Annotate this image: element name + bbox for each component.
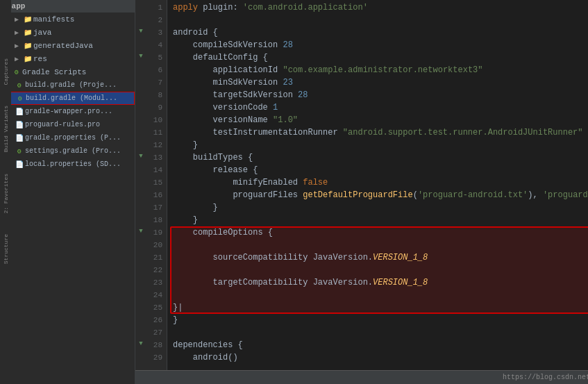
tree-item-gradle-properties[interactable]: 📄 gradle.properties (P... [0,131,135,144]
code-line-28: dependencies { [173,339,588,351]
gutter-icon-28: ▼ [135,337,146,350]
line-num-9: 9 [146,101,162,114]
code-line-26: } [173,314,588,326]
gutter-icon-15 [135,175,146,187]
captures-tab[interactable]: Captures [2,56,10,87]
line-num-23: 23 [146,276,162,289]
gutter-icon-20 [135,237,146,250]
code-line-12: } [173,139,588,151]
chevron-right-icon: ▶ [11,28,22,37]
tree-label: gradle.properties (P... [25,134,121,142]
status-url: https://blog.csdn.net/weixin_44571660 [503,374,588,381]
tree-item-settings-gradle[interactable]: ⚙ settings.gradle (Pro... [0,144,135,158]
line-num-11: 11 [146,126,162,139]
code-line-14: release { [173,164,588,176]
line-numbers: 1 2 3 4 5 6 7 8 9 10 11 12 13 14 15 16 1… [146,0,167,370]
tree-item-gradle-wrapper[interactable]: 📄 gradle-wrapper.pro... [0,105,135,118]
code-content[interactable]: apply plugin: 'com.android.application' … [167,0,588,370]
code-line-13: buildTypes { [173,151,588,164]
chevron-right-icon: ▶ [11,42,22,50]
line-num-6: 6 [146,64,162,76]
tree-item-res[interactable]: ▶ 📁 res [0,52,135,65]
file-icon: 📄 [14,134,25,142]
code-line-17: } [173,201,588,214]
line-num-26: 26 [146,314,162,326]
chevron-right-icon: ▶ [11,15,22,24]
gutter-icon-29 [135,350,146,362]
structure-tab[interactable]: Structure [2,231,10,267]
gradle-folder-icon: ⚙ [11,68,22,76]
line-num-3: 3 [146,26,162,39]
build-variants-left-tab[interactable]: Build Variants [2,103,10,155]
code-line-1: apply plugin: 'com.android.application' [173,1,588,14]
tree-item-local-properties[interactable]: 📄 local.properties (SD... [0,158,135,171]
line-num-22: 22 [146,264,162,276]
line-num-21: 21 [146,251,162,264]
tree-label: java [33,28,51,37]
line-num-25: 25 [146,301,162,314]
status-bar: https://blog.csdn.net/weixin_44571660 [135,370,588,384]
gutter-icon-7 [135,75,146,87]
tree-label: settings.gradle (Pro... [25,147,121,155]
line-num-12: 12 [146,139,162,151]
code-line-10: versionName "1.0" [173,114,588,126]
tree-item-manifests[interactable]: ▶ 📁 manifests [0,12,135,26]
line-num-18: 18 [146,214,162,226]
tree-item-build-gradle-module[interactable]: ⚙ build.gradle (Modul... [0,92,135,105]
code-line-19: compileOptions { [173,226,588,239]
chevron-right-icon: ▶ [11,55,22,63]
line-num-15: 15 [146,176,162,189]
gradle-icon: ⚙ [14,81,25,90]
tree-label: Gradle Scripts [22,68,86,76]
tree-item-java[interactable]: ▶ 📁 java [0,26,135,39]
tree-label: build.gradle (Proje... [25,81,117,89]
code-line-2 [173,14,588,26]
tree-item-generated-java[interactable]: ▶ 📁 generatedJava [0,39,135,52]
code-line-5: defaultConfig { [173,51,588,64]
code-line-16: proguardFiles getDefaultProguardFile('pr… [173,189,588,201]
gutter-icon-22 [135,262,146,275]
line-num-13: 13 [146,151,162,164]
gutter-icon-11 [135,125,146,137]
gutter-icon-8 [135,87,146,100]
tree-label: generatedJava [33,42,93,50]
project-root-label: app [12,2,26,10]
code-line-9: versionCode 1 [173,101,588,114]
code-line-11: testInstrumentationRunner "android.suppo… [173,126,588,139]
code-line-15: minifyEnabled false [173,176,588,189]
line-num-24: 24 [146,289,162,301]
line-num-28: 28 [146,339,162,351]
folder-icon: 📁 [22,15,33,24]
code-line-18: } [173,214,588,226]
file-icon: 📄 [14,108,25,116]
line-num-8: 8 [146,89,162,101]
line-num-16: 16 [146,189,162,201]
tree-item-build-gradle-project[interactable]: ⚙ build.gradle (Proje... [0,78,135,92]
line-num-14: 14 [146,164,162,176]
line-num-29: 29 [146,351,162,364]
line-num-1: 1 [146,1,162,14]
gutter-icon-25 [135,300,146,312]
code-line-23: targetCompatibility JavaVersion.VERSION_… [173,276,588,289]
favorites-tab[interactable]: 2: Favorites [2,171,10,217]
tree-label: proguard-rules.pro [25,121,100,128]
editor-area: ▼ ▼ ▼ ▼ ▼ [135,0,588,384]
code-editor[interactable]: ▼ ▼ ▼ ▼ ▼ [135,0,588,370]
gutter-icon-13: ▼ [135,150,146,162]
code-line-6: applicationId "com.example.administrator… [173,64,588,76]
gutter-icon-17 [135,200,146,212]
gutter-icon-12 [135,137,146,150]
code-line-29: android() [173,351,588,364]
gutter-icon-1 [135,0,146,12]
code-line-3: android { [173,26,588,39]
gutter-icon-24 [135,287,146,300]
gutter-icon-4 [135,37,146,50]
line-num-27: 27 [146,326,162,339]
code-line-22 [173,264,588,276]
file-icon: 📄 [14,160,25,169]
tree-item-proguard[interactable]: 📄 proguard-rules.pro [0,118,135,131]
tree-label: manifests [33,15,74,24]
tree-item-gradle-scripts[interactable]: ▼ ⚙ Gradle Scripts [0,65,135,78]
folder-icon: 📁 [22,42,33,50]
gutter-icon-19: ▼ [135,225,146,237]
